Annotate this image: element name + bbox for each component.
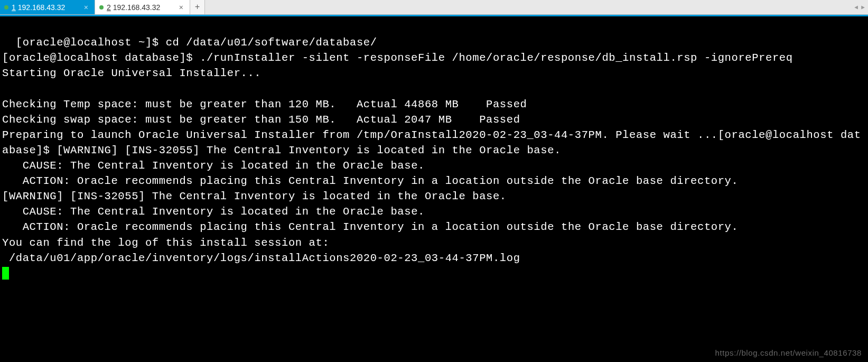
plus-icon: + [195,3,200,12]
tab-label: 192.168.43.32 [113,3,173,12]
tab-session-1[interactable]: 1 192.168.43.32 × [0,0,95,14]
tab-session-2[interactable]: 2 192.168.43.32 × [95,0,190,14]
tab-label: 192.168.43.32 [18,3,78,12]
terminal-output: [oracle@localhost ~]$ cd /data/u01/softw… [2,36,861,264]
close-icon[interactable]: × [177,3,185,12]
tab-nav-arrows[interactable]: ◀ ▶ [851,0,868,14]
terminal-cursor [2,267,9,280]
tab-number: 1 [12,3,16,12]
nav-arrows-icon: ◀ ▶ [854,4,865,11]
terminal-pane[interactable]: [oracle@localhost ~]$ cd /data/u01/softw… [0,16,868,362]
add-tab-button[interactable]: + [190,0,205,14]
status-dot-icon [4,5,8,10]
status-dot-icon [99,5,104,10]
close-icon[interactable]: × [82,3,90,12]
watermark-text: https://blog.csdn.net/weixin_40816738 [715,347,862,358]
tab-number: 2 [107,3,111,12]
tab-bar: 1 192.168.43.32 × 2 192.168.43.32 × + ◀ … [0,0,868,15]
